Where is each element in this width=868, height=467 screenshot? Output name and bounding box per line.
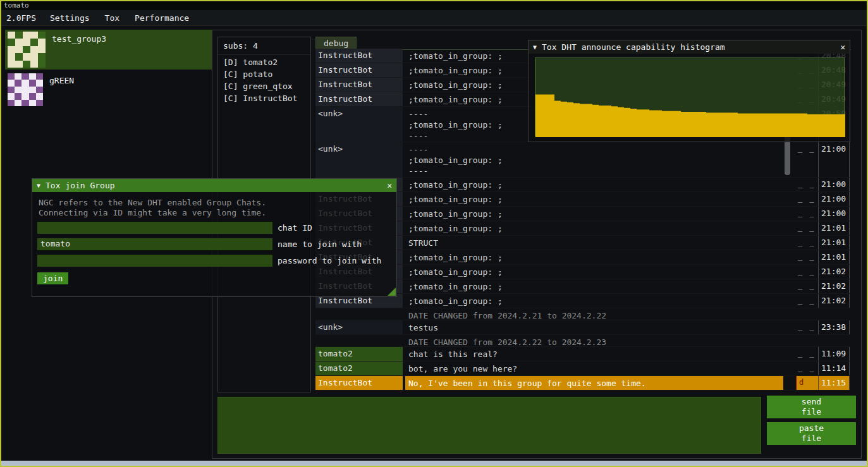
timestamp: 11:15: [818, 376, 850, 390]
timestamp: 21:01: [818, 221, 850, 235]
delivery-flags: _ _: [796, 265, 818, 279]
timestamp: 11:14: [818, 361, 850, 375]
member-item[interactable]: [D] tomato2: [218, 56, 310, 68]
resize-grip[interactable]: [388, 288, 396, 296]
join-name-input[interactable]: tomato: [37, 238, 272, 250]
sender-name: <unk>: [315, 142, 403, 177]
message-input[interactable]: [217, 397, 761, 454]
message-text: chat is this real?: [405, 347, 783, 361]
join-window-titlebar[interactable]: ▼ Tox join Group ✕: [32, 179, 396, 192]
contact-list: test_group3gREEN: [5, 30, 215, 110]
contact-test_group3[interactable]: test_group3: [5, 30, 215, 70]
date-separator: DATE CHANGED from 2024.2.22 to 2024.2.23: [315, 335, 850, 347]
timestamp: 21:01: [818, 250, 850, 264]
sender-name: tomato2: [315, 361, 403, 375]
timestamp: 21:02: [818, 294, 850, 308]
delivery-flags: _ _: [796, 142, 818, 177]
menu-tox[interactable]: Tox: [97, 13, 127, 23]
contact-gREEN[interactable]: gREEN: [5, 71, 215, 108]
sender-name: <unk>: [315, 320, 403, 334]
delivery-flags: _ _: [796, 361, 818, 375]
date-text: DATE CHANGED from 2024.2.22 to 2024.2.23: [405, 335, 783, 346]
timestamp: 21:00: [818, 207, 850, 221]
delivery-flags: _ _: [796, 192, 818, 206]
close-icon[interactable]: ✕: [387, 181, 392, 190]
message-text: No, I've been in this group for quite so…: [405, 376, 783, 390]
sender-name: tomato2: [315, 347, 403, 361]
message-text: ;tomato_in_group: ;: [405, 178, 783, 191]
collapse-icon[interactable]: ▼: [37, 182, 40, 189]
chat-row: InstructBotNo, I've been in this group f…: [315, 376, 850, 391]
app-window: tomato 2.0FPSSettingsToxPerformance test…: [0, 0, 868, 467]
menu-bar: 2.0FPSSettingsToxPerformance: [1, 10, 867, 26]
message-text: testus: [405, 320, 783, 334]
delivery-flags: d: [796, 376, 818, 390]
join-password-input[interactable]: [37, 255, 272, 267]
fps-counter: 2.0FPS: [1, 13, 42, 23]
contact-name: test_group3: [52, 32, 106, 44]
message-text: ;tomato_in_group: ;: [405, 265, 783, 279]
paste-file-button[interactable]: paste file: [767, 422, 856, 445]
sender-name: InstructBot: [315, 376, 403, 390]
histogram-chart: [535, 58, 845, 137]
bottom-strip: [1, 461, 867, 466]
send-file-button[interactable]: send file: [767, 396, 856, 418]
histogram-window-title: Tox DHT announce capability histogram: [542, 42, 725, 52]
tab-debug[interactable]: debug: [315, 37, 357, 50]
member-item[interactable]: [C] InstructBot: [218, 92, 310, 104]
chat-row: <unk>---- ;tomato_in_group: ; ----_ _21:…: [315, 142, 850, 178]
avatar: [8, 32, 46, 68]
delivery-flags: _ _: [796, 178, 818, 191]
timestamp: 21:01: [818, 236, 850, 250]
timestamp: 21:02: [818, 265, 850, 279]
menu-performance[interactable]: Performance: [127, 13, 197, 23]
join-password-label: password to join with: [278, 256, 381, 265]
subs-count: subs: 4: [218, 37, 310, 55]
avatar: [8, 73, 43, 106]
sender-name: InstructBot: [315, 92, 403, 106]
dht-histogram-plot: [535, 58, 845, 136]
contact-name: gREEN: [49, 73, 74, 85]
message-text: ;tomato_in_group: ;: [405, 294, 783, 308]
message-text: bot, are you new here?: [405, 361, 783, 375]
message-text: ---- ;tomato_in_group: ; ----: [405, 142, 783, 177]
chat-row: tomato2bot, are you new here?_ _11:14: [315, 361, 850, 376]
join-window-body: NGC refers to the New DHT enabled Group …: [32, 192, 396, 289]
menu-settings[interactable]: Settings: [42, 13, 97, 23]
window-titlebar: tomato: [1, 1, 867, 10]
message-text: STRUCT: [405, 236, 783, 250]
timestamp: 21:00: [818, 142, 850, 177]
date-text: DATE CHANGED from 2024.2.21 to 2024.2.22: [405, 308, 783, 320]
date-separator: DATE CHANGED from 2024.2.21 to 2024.2.22: [315, 308, 850, 320]
member-list: [D] tomato2[C] potato[C] green_qtox[C] I…: [218, 56, 310, 104]
close-icon[interactable]: ✕: [840, 42, 845, 52]
delivery-flags: _ _: [796, 250, 818, 264]
delivery-flags: _ _: [796, 279, 818, 293]
collapse-icon[interactable]: ▼: [533, 44, 537, 51]
chat-row: tomato2chat is this real?_ _11:09: [315, 347, 850, 361]
timestamp: 11:09: [818, 347, 850, 361]
sender-name: InstructBot: [315, 49, 403, 63]
delivery-flags: _ _: [796, 294, 818, 308]
message-text: ;tomato_in_group: ;: [405, 250, 783, 264]
chat-id-input[interactable]: [37, 222, 272, 234]
delivery-flags: _ _: [796, 320, 818, 334]
message-text: ;tomato_in_group: ;: [405, 207, 783, 221]
timestamp: 21:00: [818, 192, 850, 206]
join-group-window: ▼ Tox join Group ✕ NGC refers to the New…: [32, 178, 397, 297]
member-item[interactable]: [C] green_qtox: [218, 80, 310, 92]
delivery-flags: _ _: [796, 347, 818, 361]
histogram-window-titlebar[interactable]: ▼ Tox DHT announce capability histogram …: [529, 40, 850, 54]
timestamp: 23:38: [818, 320, 850, 334]
timestamp: 21:02: [818, 279, 850, 293]
join-info-line-2: Connecting via ID might take a very long…: [39, 208, 391, 217]
chat-id-label: chat ID: [278, 223, 312, 233]
member-item[interactable]: [C] potato: [218, 68, 310, 80]
delivery-flags: _ _: [796, 236, 818, 250]
sender-name: InstructBot: [315, 78, 403, 92]
chat-row: <unk>testus_ _23:38: [315, 320, 850, 335]
message-text: ;tomato_in_group: ;: [405, 192, 783, 206]
join-button[interactable]: join: [37, 272, 68, 284]
delivery-flags: _ _: [796, 207, 818, 221]
delivery-flags: _ _: [796, 221, 818, 235]
